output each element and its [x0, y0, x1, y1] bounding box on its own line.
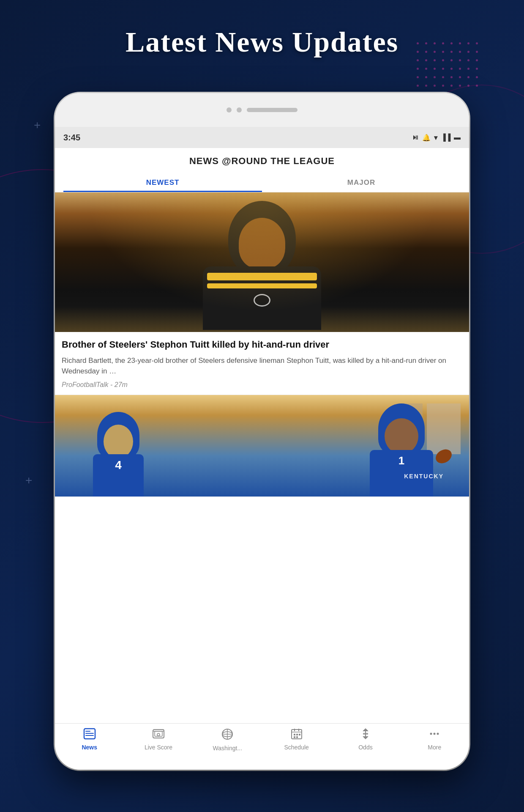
tab-newest[interactable]: NEWEST: [63, 173, 262, 192]
notification-icon: 🔔: [422, 134, 431, 142]
nav-item-livescore[interactable]: Live Score: [124, 728, 193, 751]
more-nav-icon: [428, 728, 440, 742]
status-time: 3:45: [63, 133, 412, 143]
news-item-2[interactable]: 4 1 KENTUCKY: [55, 395, 469, 497]
nav-item-schedule[interactable]: Schedule: [262, 728, 331, 751]
odds-nav-icon: [360, 728, 371, 742]
nav-label-news: News: [82, 744, 97, 751]
tabs-container: NEWEST MAJOR: [63, 173, 461, 192]
nav-label-odds: Odds: [358, 744, 372, 751]
livescore-nav-icon: [152, 728, 165, 742]
svg-rect-1: [85, 731, 90, 732]
svg-point-7: [157, 733, 160, 736]
phone-inner: 3:45 ⏯ 🔔 ▾ ▐▐ ▬ NEWS @ROUND THE LEAGUE N…: [55, 93, 469, 770]
svg-rect-5: [155, 731, 162, 736]
nav-item-washington[interactable]: Washingt...: [193, 728, 262, 752]
phone-speaker: [247, 108, 297, 112]
status-icons: ⏯ 🔔 ▾ ▐▐ ▬: [412, 134, 461, 142]
svg-rect-3: [85, 735, 94, 736]
news-headline-1: Brother of Steelers' Stephon Tuitt kille…: [62, 339, 462, 351]
battery-icon: ▬: [454, 134, 461, 141]
svg-rect-2: [85, 733, 94, 734]
svg-rect-16: [294, 734, 295, 735]
nav-label-washington: Washingt...: [213, 745, 243, 752]
page-title: Latest News Updates: [0, 25, 524, 59]
media-icon: ⏯: [412, 134, 419, 141]
phone-frame: 3:45 ⏯ 🔔 ▾ ▐▐ ▬ NEWS @ROUND THE LEAGUE N…: [55, 93, 469, 770]
news-nav-icon: [83, 728, 96, 742]
tab-major[interactable]: MAJOR: [262, 173, 461, 192]
news-source-1: ProFootballTalk - 27m: [62, 381, 462, 389]
app-header: NEWS @ROUND THE LEAGUE NEWEST MAJOR: [55, 148, 469, 192]
nav-label-schedule: Schedule: [284, 744, 308, 751]
svg-point-25: [434, 733, 436, 735]
svg-point-24: [430, 733, 432, 735]
news-image-2: 4 1 KENTUCKY: [55, 395, 469, 497]
svg-rect-17: [296, 734, 298, 735]
washington-nav-icon: [221, 728, 234, 743]
news-excerpt-1: Richard Bartlett, the 23-year-old brothe…: [62, 355, 462, 377]
schedule-nav-icon: [291, 728, 303, 742]
svg-rect-19: [294, 736, 295, 738]
phone-top-bar: [55, 93, 469, 127]
nav-label-more: More: [428, 744, 441, 751]
svg-rect-18: [299, 734, 300, 735]
news-body-1: Brother of Steelers' Stephon Tuitt kille…: [55, 332, 469, 395]
bg-plus-2: +: [25, 474, 32, 487]
bg-plus-1: +: [34, 118, 41, 132]
nav-label-livescore: Live Score: [145, 744, 172, 751]
nav-item-odds[interactable]: Odds: [331, 728, 400, 751]
app-title: NEWS @ROUND THE LEAGUE: [63, 156, 461, 167]
nav-item-news[interactable]: News: [55, 728, 124, 751]
nav-item-more[interactable]: More: [400, 728, 469, 751]
phone-screen: NEWS @ROUND THE LEAGUE NEWEST MAJOR: [55, 148, 469, 770]
wifi-icon: ▾: [434, 134, 437, 142]
phone-dot-left: [227, 107, 232, 112]
phone-dot-right: [237, 107, 242, 112]
svg-rect-20: [296, 736, 298, 738]
bottom-nav: News Live Score: [55, 723, 469, 770]
status-bar: 3:45 ⏯ 🔔 ▾ ▐▐ ▬: [55, 127, 469, 148]
news-list: Brother of Steelers' Stephon Tuitt kille…: [55, 192, 469, 497]
signal-icon: ▐▐: [441, 134, 450, 141]
svg-point-26: [437, 733, 439, 735]
news-image-1: [55, 192, 469, 332]
news-item-1[interactable]: Brother of Steelers' Stephon Tuitt kille…: [55, 192, 469, 395]
